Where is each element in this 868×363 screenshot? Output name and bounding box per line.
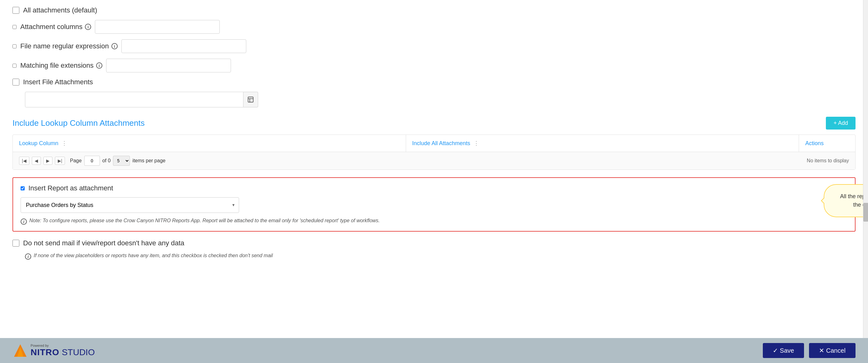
attachment-columns-input[interactable] [95, 20, 220, 34]
do-not-send-note-info-icon: i [25, 253, 31, 260]
file-name-regex-checkbox[interactable] [12, 44, 17, 49]
nitro-logo: Powered by NITRO STUDIO [12, 343, 95, 358]
do-not-send-note: i If none of the view placeholders or re… [25, 253, 856, 260]
insert-file-browse-button[interactable] [244, 92, 258, 108]
add-lookup-button[interactable]: + Add [826, 117, 856, 129]
do-not-send-row: Do not send mail if view/report doesn't … [12, 239, 856, 247]
save-button[interactable]: ✓ Save [763, 343, 804, 358]
of-label: of 0 [102, 158, 111, 163]
insert-file-input[interactable] [25, 92, 244, 108]
attachment-columns-row: Attachment columns i [12, 20, 856, 34]
insert-file-attachments-row: Insert File Attachments [12, 78, 856, 86]
report-section: Insert Report as attachment Purchase Ord… [12, 177, 856, 232]
table-header: Lookup Column ⋮ Include All Attachments … [13, 135, 855, 152]
nitro-brand-text: NITRO [31, 347, 59, 357]
main-content: All attachments (default) Attachment col… [0, 0, 868, 338]
last-page-button[interactable]: ▶| [55, 157, 65, 165]
scrollbar-track[interactable] [863, 0, 868, 338]
page-input[interactable] [84, 156, 100, 166]
attachment-columns-checkbox[interactable] [12, 25, 17, 29]
report-dropdown-row: Purchase Orders by Status [21, 197, 847, 213]
cancel-button[interactable]: ✕ Cancel [809, 343, 856, 358]
prev-page-button[interactable]: ◀ [32, 157, 41, 165]
pagination-row: |◀ ◀ ▶ ▶| Page of 0 5 10 20 50 items per… [13, 152, 855, 170]
matching-file-extensions-info-icon[interactable]: i [96, 62, 102, 69]
matching-file-extensions-checkbox[interactable] [12, 64, 17, 68]
report-header: Insert Report as attachment [21, 184, 847, 192]
insert-file-attachments-label: Insert File Attachments [23, 78, 93, 86]
svg-rect-0 [248, 97, 253, 102]
lookup-section-header: Include Lookup Column Attachments + Add [12, 117, 856, 129]
all-attachments-checkbox[interactable] [12, 7, 19, 14]
all-attachments-label: All attachments (default) [23, 6, 97, 14]
do-not-send-label: Do not send mail if view/report doesn't … [23, 239, 184, 247]
matching-file-extensions-input[interactable] [106, 59, 231, 72]
nitro-logo-text: Powered by NITRO STUDIO [31, 344, 95, 357]
pagination-controls: |◀ ◀ ▶ ▶| Page of 0 5 10 20 50 items per… [19, 156, 165, 166]
studio-brand-text: STUDIO [59, 347, 95, 357]
next-page-button[interactable]: ▶ [43, 157, 53, 165]
per-page-select[interactable]: 5 10 20 50 [113, 156, 130, 166]
page-label: Page [70, 158, 82, 163]
file-name-regex-row: File name regular expression i [12, 39, 856, 53]
file-name-regex-label: File name regular expression i [20, 42, 118, 50]
report-select-wrapper: Purchase Orders by Status [21, 197, 239, 213]
lookup-column-menu-icon[interactable]: ⋮ [61, 140, 67, 147]
footer: Powered by NITRO STUDIO ✓ Save ✕ Cancel [0, 338, 868, 363]
lookup-column-header: Lookup Column ⋮ [13, 135, 406, 152]
do-not-send-checkbox[interactable] [12, 240, 19, 247]
attachment-columns-label: Attachment columns i [20, 23, 91, 31]
footer-buttons: ✓ Save ✕ Cancel [763, 343, 856, 358]
lookup-table: Lookup Column ⋮ Include All Attachments … [12, 134, 856, 170]
matching-file-extensions-row: Matching file extensions i [12, 59, 856, 72]
nitro-logo-icon [12, 343, 28, 358]
no-items-text: No items to display [807, 158, 849, 163]
matching-file-extensions-label: Matching file extensions i [20, 61, 102, 70]
insert-report-checkbox[interactable] [21, 186, 25, 190]
tooltip-bubble: All the reports configured on selected l… [824, 184, 868, 217]
file-name-regex-info-icon[interactable]: i [112, 43, 118, 49]
actions-header: Actions [799, 135, 855, 152]
insert-file-input-row [25, 92, 856, 108]
report-note: i Note: To configure reports, please use… [21, 218, 847, 225]
report-dropdown[interactable]: Purchase Orders by Status [21, 197, 239, 213]
first-page-button[interactable]: |◀ [19, 157, 29, 165]
file-name-regex-input[interactable] [121, 39, 246, 53]
powered-by-text: Powered by [31, 344, 95, 347]
insert-report-label: Insert Report as attachment [28, 184, 113, 192]
items-per-page-label: items per page [132, 158, 165, 163]
lookup-section-title: Include Lookup Column Attachments [12, 118, 145, 128]
include-all-attachments-menu-icon[interactable]: ⋮ [473, 140, 479, 147]
all-attachments-row: All attachments (default) [12, 6, 856, 14]
include-all-attachments-header: Include All Attachments ⋮ [406, 135, 799, 152]
insert-file-attachments-checkbox[interactable] [12, 79, 19, 86]
do-not-send-section: Do not send mail if view/report doesn't … [12, 239, 856, 260]
attachment-columns-info-icon[interactable]: i [85, 24, 91, 30]
scrollbar-thumb[interactable] [863, 203, 868, 221]
report-note-info-icon: i [21, 218, 27, 225]
